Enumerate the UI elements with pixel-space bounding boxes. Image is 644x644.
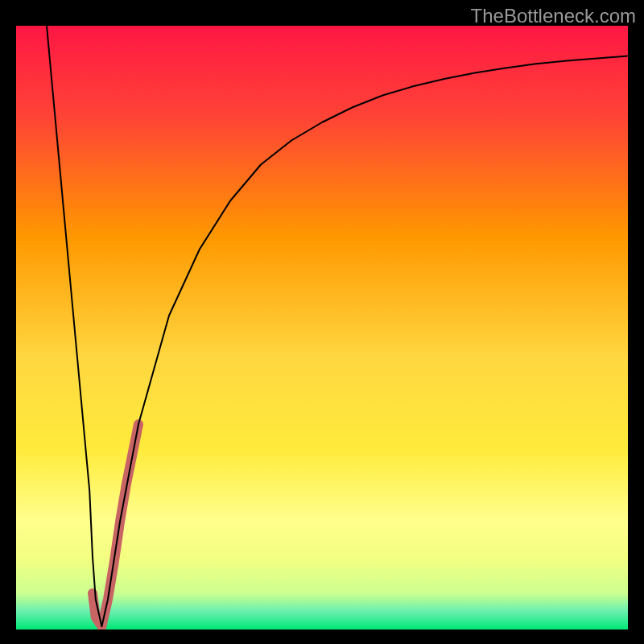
chart-container: TheBottleneck.com bbox=[0, 0, 644, 644]
curves-layer bbox=[16, 26, 628, 630]
main-curve bbox=[47, 26, 628, 626]
highlight-segment bbox=[93, 424, 138, 626]
watermark-text: TheBottleneck.com bbox=[471, 5, 636, 27]
plot-area bbox=[16, 26, 628, 630]
